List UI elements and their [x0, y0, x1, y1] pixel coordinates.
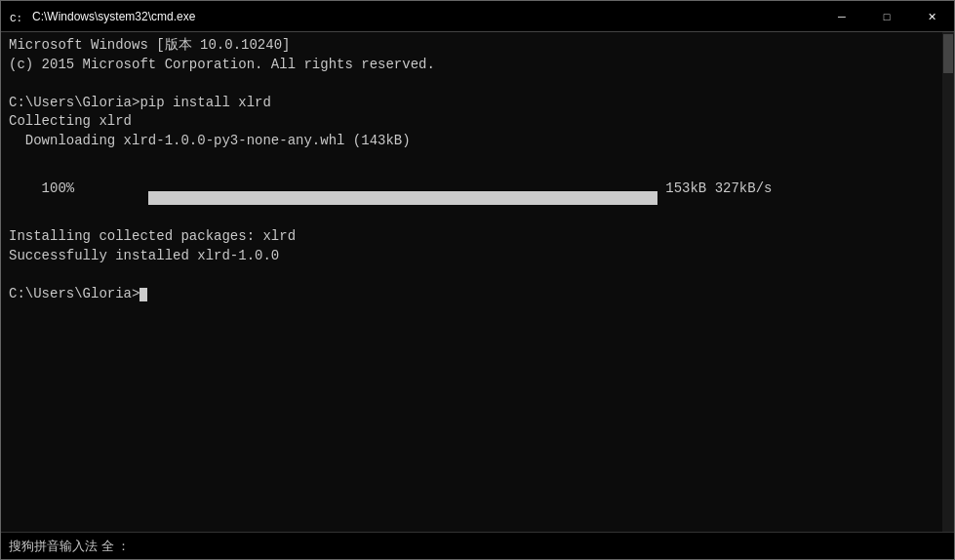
ime-status: 搜狗拼音输入法 全 ：	[9, 538, 130, 555]
progress-bar	[83, 151, 657, 227]
scrollbar-thumb[interactable]	[943, 34, 953, 73]
progress-stats: 153kB 327kB/s	[657, 180, 773, 199]
console-line-8: Successfully installed xlrd-1.0.0	[9, 247, 946, 266]
console-line-1: Microsoft Windows [版本 10.0.10240]	[9, 36, 946, 56]
maximize-button[interactable]: □	[864, 1, 909, 32]
console-line-4: C:\Users\Gloria>pip install xlrd	[9, 94, 946, 113]
console-line-9	[9, 265, 946, 285]
progress-row: 100% 153kB 327kB/s	[9, 151, 946, 227]
progress-percent: 100%	[9, 180, 83, 199]
console-area[interactable]: Microsoft Windows [版本 10.0.10240] (c) 20…	[1, 32, 954, 532]
window-controls: ─ □ ✕	[819, 1, 954, 32]
cmd-window: C: C:\Windows\system32\cmd.exe ─ □ ✕ Mic…	[0, 0, 955, 560]
statusbar: 搜狗拼音输入法 全 ：	[1, 532, 954, 559]
console-line-6: Downloading xlrd-1.0.0-py3-none-any.whl …	[9, 132, 946, 151]
console-line-2: (c) 2015 Microsoft Corporation. All righ…	[9, 56, 946, 75]
console-line-5: Collecting xlrd	[9, 112, 946, 132]
titlebar: C: C:\Windows\system32\cmd.exe ─ □ ✕	[1, 1, 954, 32]
svg-text:C:: C:	[10, 13, 22, 24]
console-line-10: C:\Users\Gloria>	[9, 285, 946, 304]
console-line-7: Installing collected packages: xlrd	[9, 227, 946, 247]
scrollbar[interactable]	[942, 32, 954, 532]
console-line-3	[9, 74, 946, 94]
close-button[interactable]: ✕	[909, 1, 954, 32]
cursor	[139, 288, 147, 301]
minimize-button[interactable]: ─	[819, 1, 864, 32]
window-title: C:\Windows\system32\cmd.exe	[32, 10, 946, 23]
cmd-icon: C:	[9, 9, 24, 24]
